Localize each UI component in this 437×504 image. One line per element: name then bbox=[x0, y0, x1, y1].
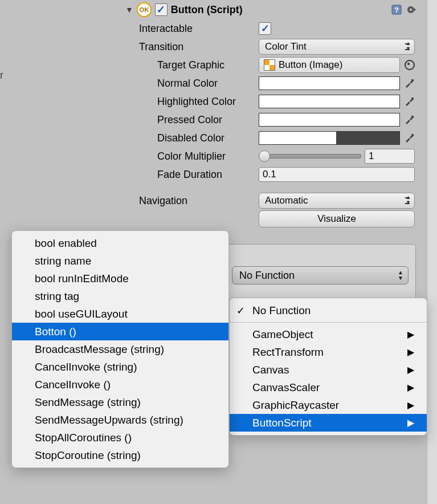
menu-item[interactable]: GraphicRaycaster▶ bbox=[230, 396, 427, 414]
highlighted-color-field[interactable] bbox=[259, 95, 400, 108]
submenu-arrow-icon: ▶ bbox=[407, 417, 414, 428]
function-dropdown[interactable]: No Function ▲▼ bbox=[232, 266, 409, 284]
function-category-menu[interactable]: ✓No FunctionGameObject▶RectTransform▶Can… bbox=[229, 298, 427, 436]
component-enable-checkbox[interactable] bbox=[155, 3, 168, 16]
transition-label: Transition bbox=[139, 41, 259, 53]
function-submenu[interactable]: bool enabledstring namebool runInEditMod… bbox=[11, 230, 229, 468]
gear-icon[interactable] bbox=[406, 4, 417, 15]
eyedropper-icon[interactable] bbox=[403, 114, 415, 125]
color-multiplier-row: Color Multiplier 1 bbox=[0, 147, 427, 165]
submenu-item[interactable]: bool runInEditMode bbox=[12, 270, 228, 287]
help-icon[interactable]: ? bbox=[391, 4, 402, 15]
disabled-color-label: Disabled Color bbox=[157, 132, 259, 144]
svg-point-3 bbox=[410, 9, 412, 11]
pressed-color-label: Pressed Color bbox=[157, 114, 259, 126]
transition-value: Color Tint bbox=[265, 41, 307, 52]
submenu-arrow-icon: ▶ bbox=[407, 347, 414, 357]
disabled-color-field[interactable] bbox=[259, 131, 400, 145]
transition-dropdown[interactable]: Color Tint ▲▼ bbox=[259, 39, 415, 55]
target-graphic-label: Target Graphic bbox=[157, 59, 259, 71]
eyedropper-icon[interactable] bbox=[403, 96, 415, 107]
submenu-item[interactable]: CancelInvoke () bbox=[12, 376, 228, 393]
submenu-item[interactable]: SendMessage (string) bbox=[12, 393, 228, 411]
function-dropdown-value: No Function bbox=[239, 270, 295, 282]
color-multiplier-label: Color Multiplier bbox=[157, 151, 259, 162]
submenu-arrow-icon: ▶ bbox=[407, 400, 414, 410]
eyedropper-icon[interactable] bbox=[403, 132, 415, 144]
submenu-item[interactable]: StopCoroutine (string) bbox=[12, 446, 228, 464]
submenu-item[interactable]: string name bbox=[12, 252, 228, 270]
target-graphic-value: Button (Image) bbox=[279, 59, 342, 71]
svg-text:?: ? bbox=[394, 6, 399, 14]
interactable-label: Interactable bbox=[139, 23, 259, 35]
submenu-item[interactable]: CancelInvoke (string) bbox=[12, 358, 228, 376]
color-multiplier-slider[interactable] bbox=[259, 154, 361, 158]
submenu-item[interactable]: StopAllCoroutines () bbox=[12, 429, 228, 446]
menu-divider bbox=[230, 322, 427, 323]
check-icon: ✓ bbox=[236, 304, 245, 317]
submenu-item[interactable]: Botton () bbox=[12, 323, 228, 340]
menu-item-label: GameObject bbox=[252, 328, 313, 341]
submenu-arrow-icon: ▶ bbox=[407, 329, 414, 340]
object-picker-icon[interactable] bbox=[405, 60, 415, 70]
navigation-dropdown[interactable]: Automatic ▲▼ bbox=[259, 193, 415, 209]
normal-color-field[interactable] bbox=[259, 76, 400, 90]
menu-item-label: CanvasScaler bbox=[252, 381, 320, 394]
menu-item[interactable]: RectTransform▶ bbox=[230, 343, 427, 361]
submenu-arrow-icon: ▶ bbox=[407, 382, 414, 393]
component-title: Button (Script) bbox=[171, 4, 243, 16]
navigation-label: Navigation bbox=[139, 195, 259, 207]
submenu-arrow-icon: ▶ bbox=[407, 364, 414, 375]
submenu-item[interactable]: bool useGUILayout bbox=[12, 305, 228, 323]
target-graphic-field[interactable]: Button (Image) bbox=[259, 57, 400, 73]
foldout-icon[interactable]: ▼ bbox=[125, 5, 133, 14]
updown-icon: ▲▼ bbox=[406, 41, 411, 51]
navigation-row: Navigation Automatic ▲▼ bbox=[0, 192, 427, 210]
navigation-value: Automatic bbox=[265, 195, 308, 206]
interactable-checkbox[interactable] bbox=[259, 22, 271, 35]
fade-duration-row: Fade Duration 0.1 bbox=[0, 165, 427, 184]
normal-color-label: Normal Color bbox=[157, 78, 259, 90]
menu-item[interactable]: Canvas▶ bbox=[230, 361, 427, 379]
target-graphic-row: Target Graphic Button (Image) bbox=[0, 56, 427, 74]
menu-item[interactable]: GameObject▶ bbox=[230, 326, 427, 343]
hierarchy-fragment: er bbox=[0, 70, 3, 82]
submenu-item[interactable]: SendMessageUpwards (string) bbox=[12, 411, 228, 429]
menu-item-label: Canvas bbox=[252, 364, 289, 376]
disabled-color-row: Disabled Color bbox=[0, 129, 427, 147]
menu-item-label: RectTransform bbox=[252, 346, 324, 359]
submenu-item[interactable]: string tag bbox=[12, 287, 228, 305]
highlighted-color-row: Highlighted Color bbox=[0, 92, 427, 111]
submenu-item[interactable]: BroadcastMessage (string) bbox=[12, 340, 228, 358]
component-header[interactable]: ▼ OK Button (Script) ? bbox=[0, 0, 427, 19]
updown-icon: ▲▼ bbox=[406, 195, 411, 205]
highlighted-color-label: Highlighted Color bbox=[157, 96, 259, 108]
visualize-row: Visualize bbox=[0, 210, 427, 228]
menu-item-label: GraphicRaycaster bbox=[252, 399, 339, 412]
eyedropper-icon[interactable] bbox=[403, 78, 415, 89]
menu-item-label: ButtonScript bbox=[252, 417, 312, 429]
menu-item[interactable]: CanvasScaler▶ bbox=[230, 379, 427, 396]
image-icon bbox=[264, 59, 275, 71]
scrollbar[interactable] bbox=[427, 0, 437, 504]
fade-duration-label: Fade Duration bbox=[157, 169, 259, 181]
pressed-color-field[interactable] bbox=[259, 113, 400, 127]
menu-item[interactable]: ButtonScript▶ bbox=[230, 414, 427, 432]
menu-item-label: No Function bbox=[252, 304, 311, 317]
submenu-item[interactable]: bool enabled bbox=[12, 234, 228, 252]
pressed-color-row: Pressed Color bbox=[0, 111, 427, 129]
slider-thumb-icon[interactable] bbox=[259, 151, 270, 162]
ok-badge-icon: OK bbox=[137, 2, 152, 17]
visualize-button[interactable]: Visualize bbox=[259, 210, 415, 227]
fade-duration-field[interactable]: 0.1 bbox=[259, 167, 415, 182]
menu-item[interactable]: ✓No Function bbox=[230, 302, 427, 319]
normal-color-row: Normal Color bbox=[0, 74, 427, 92]
interactable-row: Interactable bbox=[0, 19, 427, 38]
updown-icon: ▲▼ bbox=[398, 270, 403, 281]
transition-row: Transition Color Tint ▲▼ bbox=[0, 38, 427, 56]
color-multiplier-value[interactable]: 1 bbox=[365, 149, 415, 164]
